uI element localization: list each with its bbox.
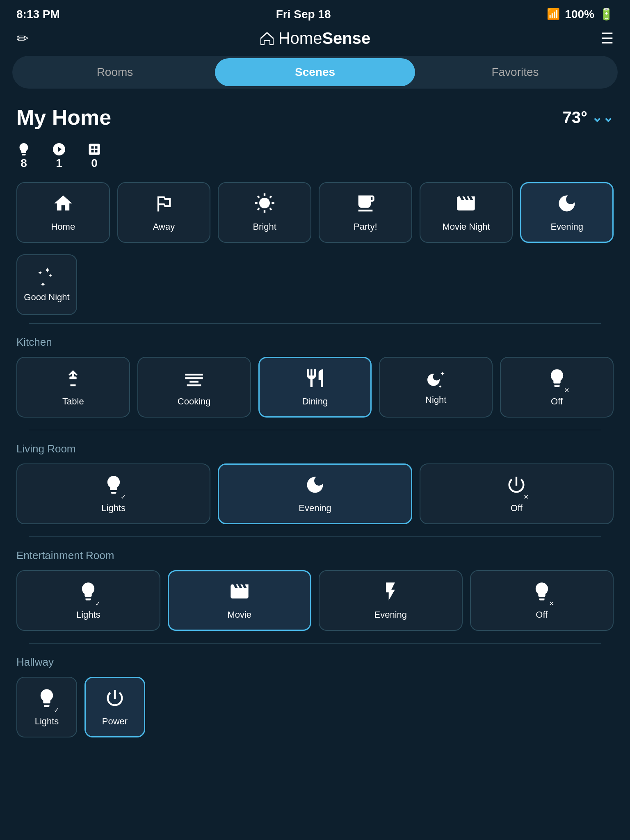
kitchen-label: Kitchen: [12, 332, 618, 357]
ent-room-scene-movie[interactable]: Movie: [168, 570, 312, 631]
living-room-section: Living Room Lights Evening Off: [0, 430, 630, 536]
ent-room-label: Entertainment Room: [12, 545, 618, 570]
tab-scenes[interactable]: Scenes: [215, 58, 415, 86]
home-title: My Home: [16, 105, 111, 130]
cooking-scene-label: Cooking: [178, 396, 211, 407]
scene-home[interactable]: Home: [16, 182, 110, 243]
ent-room-movie-label: Movie: [227, 609, 251, 620]
outlets-stat-icon: [87, 142, 102, 157]
temperature: 73°: [563, 108, 588, 127]
dining-scene-icon: [304, 368, 326, 392]
bright-scene-icon: [254, 193, 275, 217]
tab-bar: Rooms Scenes Favorites: [12, 56, 618, 89]
bulb-stat-icon: [16, 142, 31, 157]
app-name-sense: Sense: [322, 29, 370, 47]
ent-room-movie-icon: [229, 581, 250, 605]
away-scene-label: Away: [153, 221, 175, 232]
living-room-evening-icon: [304, 474, 326, 499]
living-room-off-icon: [506, 474, 527, 499]
kitchen-off-scene-icon: [546, 368, 568, 392]
ent-room-scene-off[interactable]: Off: [470, 570, 614, 631]
ent-room-scene-lights[interactable]: Lights: [16, 570, 160, 631]
living-room-lights-label: Lights: [101, 503, 126, 514]
living-room-scene-evening[interactable]: Evening: [218, 463, 412, 524]
status-time: 8:13 PM: [16, 8, 60, 21]
menu-button[interactable]: ☰: [600, 30, 614, 47]
outlets-count: 0: [91, 157, 98, 170]
hallway-scenes-grid: Lights Power: [12, 677, 618, 737]
scenes-count: 1: [56, 157, 62, 170]
ent-room-off-label: Off: [536, 609, 548, 620]
lights-count: 8: [21, 157, 27, 170]
cooking-scene-icon: [183, 368, 205, 392]
movie-night-scene-icon: [455, 193, 477, 217]
living-room-evening-label: Evening: [299, 503, 331, 514]
kitchen-scenes-grid: Table Cooking Dining ✦ ✦ ✦ Night: [12, 357, 618, 418]
ent-room-scene-evening[interactable]: Evening: [319, 570, 463, 631]
house-logo-icon: [259, 30, 275, 47]
kitchen-scene-table[interactable]: Table: [16, 357, 130, 418]
stat-scenes: 1: [52, 142, 66, 170]
living-room-label: Living Room: [12, 438, 618, 463]
wifi-icon: 📶: [547, 8, 560, 21]
scene-bright[interactable]: Bright: [218, 182, 311, 243]
tab-rooms[interactable]: Rooms: [15, 58, 215, 86]
away-scene-icon: [153, 193, 174, 217]
good-night-scene-icon: ✦ ✦ ✦ ✦: [36, 267, 57, 288]
home-scene-label: Home: [51, 221, 75, 232]
living-room-lights-icon: [103, 474, 124, 499]
stats-row: 8 1 0: [0, 138, 630, 182]
chevron-down-icon[interactable]: ⌄⌄: [591, 110, 614, 125]
home-header: My Home 73° ⌄⌄: [0, 101, 630, 138]
app-logo: HomeSense: [259, 29, 371, 48]
kitchen-divider: [29, 323, 601, 324]
kitchen-section: Kitchen Table Cooking Dining ✦ ✦: [0, 323, 630, 430]
hallway-power-label: Power: [102, 716, 128, 727]
evening-scene-icon: [556, 193, 578, 217]
scene-party[interactable]: Party!: [319, 182, 412, 243]
living-room-scene-off[interactable]: Off: [420, 463, 614, 524]
hallway-lights-icon: [36, 687, 57, 712]
kitchen-off-scene-label: Off: [551, 396, 563, 407]
ent-room-off-icon: [531, 581, 552, 605]
app-name-home: Home: [278, 29, 322, 47]
living-room-scene-lights[interactable]: Lights: [16, 463, 210, 524]
bright-scene-label: Bright: [253, 221, 276, 232]
kitchen-night-scene-icon: ✦ ✦ ✦: [425, 369, 447, 390]
party-scene-icon: [355, 193, 376, 217]
party-scene-label: Party!: [354, 221, 377, 232]
dining-scene-label: Dining: [302, 396, 328, 407]
scene-away[interactable]: Away: [117, 182, 211, 243]
evening-global-scene-label: Evening: [550, 221, 583, 232]
good-night-scene-label: Good Night: [24, 292, 69, 303]
hallway-scene-lights[interactable]: Lights: [16, 677, 77, 737]
global-scenes-section: Home Away Bright Party!: [0, 182, 630, 323]
stat-lights: 8: [16, 142, 31, 170]
scene-evening-global[interactable]: Evening: [520, 182, 614, 243]
kitchen-scene-dining[interactable]: Dining: [258, 357, 372, 418]
hallway-section: Hallway Lights Power: [0, 643, 630, 746]
hallway-scene-power[interactable]: Power: [84, 677, 145, 737]
ent-room-scenes-grid: Lights Movie Evening Off: [12, 570, 618, 631]
global-scenes-grid: Home Away Bright Party!: [12, 182, 618, 243]
table-scene-label: Table: [62, 396, 84, 407]
movie-night-scene-label: Movie Night: [442, 221, 490, 232]
living-room-divider: [29, 430, 601, 430]
entertainment-room-section: Entertainment Room Lights Movie Evening: [0, 536, 630, 643]
kitchen-night-scene-label: Night: [425, 395, 446, 405]
hallway-divider: [29, 643, 601, 644]
kitchen-scene-night[interactable]: ✦ ✦ ✦ Night: [379, 357, 493, 418]
hallway-power-icon: [104, 687, 126, 712]
edit-button[interactable]: ✏: [16, 30, 29, 47]
ent-room-lights-icon: [78, 581, 99, 605]
scene-good-night[interactable]: ✦ ✦ ✦ ✦ Good Night: [16, 254, 77, 315]
living-room-scenes-grid: Lights Evening Off: [12, 463, 618, 524]
extra-scenes-row: ✦ ✦ ✦ ✦ Good Night: [12, 247, 618, 315]
status-bar: 8:13 PM Fri Sep 18 📶 100% 🔋: [0, 0, 630, 25]
tab-favorites[interactable]: Favorites: [415, 58, 615, 86]
kitchen-scene-off[interactable]: Off: [500, 357, 614, 418]
stat-outlets: 0: [87, 142, 102, 170]
scene-movie-night[interactable]: Movie Night: [420, 182, 513, 243]
kitchen-scene-cooking[interactable]: Cooking: [137, 357, 251, 418]
hallway-lights-label: Lights: [35, 716, 59, 727]
